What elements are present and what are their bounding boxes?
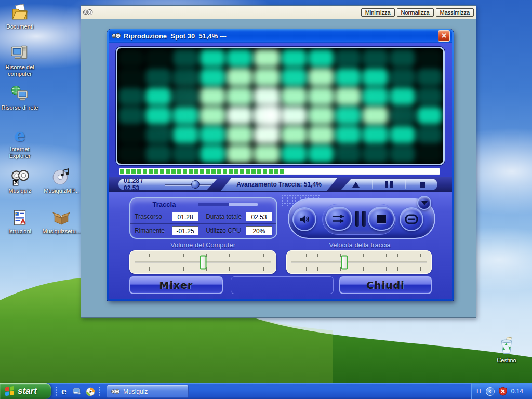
double-arrow-icon (331, 213, 346, 224)
mixer-button[interactable]: Mixer (129, 276, 223, 294)
time-display: 01.28 / 02.53 (124, 177, 159, 192)
taskbar-task-musiquiz[interactable]: Musiquiz (107, 385, 189, 398)
windows-logo-icon (5, 386, 15, 397)
chiudi-button[interactable]: Chiudi (339, 276, 432, 294)
desktop-icon-label: Istruzioni (0, 228, 39, 235)
save-button[interactable] (400, 207, 423, 231)
lower-panel: Traccia Trascorso 01.28 Durata totale 02… (109, 192, 452, 299)
desktop-icon-musiquizmp[interactable]: MusiquizMP... (42, 167, 81, 194)
chevron-down-icon (421, 201, 428, 205)
desktop-icon-recycle-bin[interactable]: Cestino (487, 337, 526, 364)
desktop-icon-musiquizsetup[interactable]: Musiquizsetu... (42, 208, 81, 235)
stop-button-large[interactable] (368, 207, 395, 231)
volume-slider[interactable] (129, 250, 276, 274)
advancement-text: Avanzamento Traccia: 51,4% (236, 181, 322, 188)
desktop-icon-network[interactable]: Risorse di rete (0, 84, 39, 111)
pause-icon (385, 181, 393, 188)
desktop-icon-internet-explorer[interactable]: e Internet Explorer (0, 126, 39, 159)
elapsed-value: 01.28 (172, 212, 198, 221)
internet-explorer-icon: e (10, 126, 29, 144)
transport-cluster (288, 198, 435, 239)
more-options-button[interactable] (417, 196, 431, 210)
speed-label: Velocità della traccia (286, 241, 433, 249)
desktop-icon-label: Cestino (487, 357, 526, 364)
elapsed-label: Trascorso (135, 213, 169, 220)
notepad-icon (10, 208, 29, 227)
seek-row: 01.28 / 02.53 Avanzamento Traccia: 51,4% (109, 177, 452, 192)
start-button[interactable]: start (0, 383, 51, 399)
my-computer-icon (10, 44, 29, 62)
minimize-window-button[interactable]: Minimizza (361, 8, 395, 17)
quicklaunch-ie-button[interactable]: e (59, 387, 69, 396)
save-icon (405, 214, 418, 224)
progress-fill (120, 169, 284, 174)
internet-explorer-icon: e (61, 387, 67, 396)
language-indicator[interactable]: IT (476, 388, 482, 395)
security-alert-icon[interactable] (498, 387, 508, 396)
hide-icons-chevron[interactable]: ‹ (486, 387, 495, 396)
folder-documents-icon (10, 3, 29, 22)
play-icon (352, 182, 360, 188)
network-places-icon (10, 84, 29, 103)
fast-play-button[interactable] (325, 207, 352, 231)
show-desktop-icon (73, 387, 82, 396)
desktop-icon-label: MusiquizMP... (42, 188, 81, 194)
close-button[interactable]: × (438, 30, 450, 42)
speaker-button[interactable] (292, 207, 316, 231)
riproduzione-dialog: Riproduzione Spot 30 51,4% --- × 01.28 /… (107, 29, 454, 301)
musiquiz-glasses-icon (10, 167, 29, 186)
seek-slider-knob[interactable] (191, 180, 200, 189)
total-duration-label: Durata totale (206, 213, 243, 220)
taskband-grip[interactable] (99, 386, 101, 396)
speed-thumb[interactable] (341, 255, 348, 269)
task-label: Musiquiz (123, 388, 148, 395)
stop-icon (420, 182, 425, 188)
desktop-icon-label: Risorse di rete (0, 104, 39, 111)
time-pill: 01.28 / 02.53 (117, 178, 218, 191)
stop-icon (377, 215, 386, 223)
dialog-title-bar[interactable]: Riproduzione Spot 30 51,4% --- × (109, 29, 452, 43)
seek-slider-track[interactable] (165, 184, 218, 185)
track-info-panel: Traccia Trascorso 01.28 Durata totale 02… (129, 197, 277, 239)
system-tray: IT ‹ 0.14 (471, 383, 532, 399)
speaker-icon (298, 213, 311, 225)
pause-icon (355, 211, 359, 227)
app-toolbar: Minimizza Normalizza Massimizza (81, 6, 476, 19)
track-panel-title: Traccia (130, 201, 198, 208)
total-duration-value: 02.53 (246, 212, 272, 221)
visualization-glow (117, 48, 443, 164)
speed-slider[interactable] (286, 250, 432, 274)
quicklaunch-desktop-button[interactable] (72, 387, 82, 396)
dialog-title: Riproduzione Spot 30 51,4% --- (124, 32, 438, 40)
desktop-icon-label: Musiquiz (0, 188, 39, 194)
volume-thumb[interactable] (200, 255, 206, 269)
desktop-icon-label: Internet Explorer (0, 146, 39, 159)
volume-label: Volume del Computer (129, 241, 276, 249)
pause-button[interactable] (373, 180, 405, 189)
start-label: start (18, 386, 37, 396)
maximize-window-button[interactable]: Massimizza (436, 8, 474, 17)
recycle-bin-icon (497, 337, 516, 355)
desktop-icon-documents[interactable]: Documenti (0, 3, 39, 30)
pause-button-large[interactable] (354, 210, 367, 228)
desktop-icon-my-computer[interactable]: Risorse del computer (0, 44, 39, 77)
quicklaunch-grip[interactable] (55, 386, 57, 396)
desktop-icon-label: Musiquizsetu... (42, 228, 81, 235)
taskbar: start e Musiquiz IT ‹ 0.14 (0, 383, 532, 399)
stop-button[interactable] (406, 180, 438, 189)
advancement-pill: Avanzamento Traccia: 51,4% (221, 178, 337, 191)
visualization-panel (116, 47, 445, 165)
musiquiz-main-window: Minimizza Normalizza Massimizza Riproduz… (81, 5, 476, 318)
restore-window-button[interactable]: Normalizza (397, 8, 434, 17)
desktop-icon-musiquiz[interactable]: Musiquiz (0, 167, 39, 194)
musiquiz-glasses-icon (83, 9, 93, 16)
taskbar-clock: 0.14 (511, 388, 523, 395)
desktop-icon-label: Risorse del computer (0, 64, 39, 77)
quicklaunch-wmp-button[interactable] (85, 387, 95, 396)
musiquiz-glasses-icon (111, 389, 120, 394)
play-button[interactable] (340, 180, 372, 189)
remaining-label: Rimanente (135, 227, 169, 234)
remaining-value: -01.25 (172, 226, 198, 235)
desktop-icon-istruzioni[interactable]: Istruzioni (0, 208, 39, 235)
installer-box-icon (52, 208, 71, 227)
